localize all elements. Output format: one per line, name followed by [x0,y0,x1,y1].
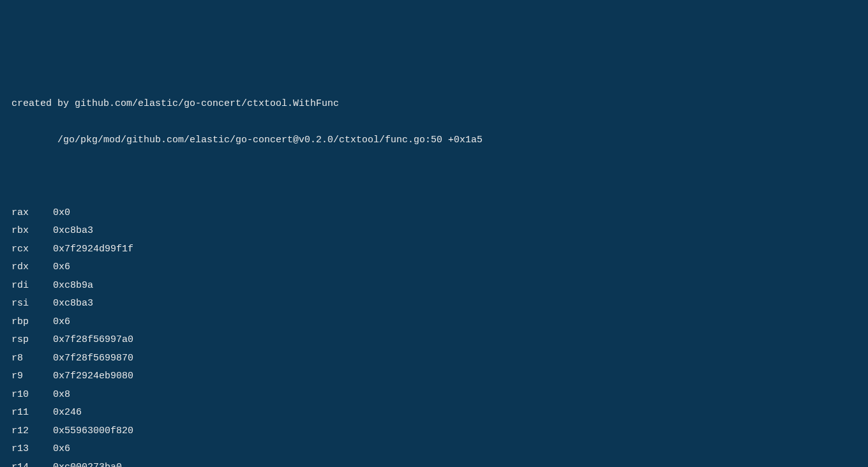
register-name: r12 [11,422,47,441]
register-value: 0xc8ba3 [53,225,93,236]
register-row: rsi 0xc8ba3 [11,295,857,313]
register-name: rbp [11,313,47,332]
register-row: rbx 0xc8ba3 [11,222,857,241]
register-row: r12 0x55963000f820 [11,422,857,441]
register-row: rax 0x0 [11,204,857,223]
register-row: r9 0x7f2924eb9080 [11,367,857,386]
register-name: r14 [11,459,47,468]
register-name: r11 [11,404,47,422]
register-value: 0x7f28f5699870 [53,353,133,364]
register-name: r8 [11,350,47,368]
stack-trace-line-1: created by github.com/elastic/go-concert… [11,95,857,114]
blank-line [11,168,857,186]
register-row: rcx 0x7f2924d99f1f [11,241,857,259]
register-value: 0x55963000f820 [53,426,133,436]
register-row: rdi 0xc8b9a [11,277,857,295]
register-name: rbx [11,222,47,241]
register-value: 0x7f2924eb9080 [53,371,133,382]
register-name: r13 [11,440,47,459]
register-value: 0x7f28f56997a0 [53,334,133,345]
register-value: 0x6 [53,262,70,272]
register-row: rdx 0x6 [11,258,857,277]
register-value: 0xc8ba3 [53,298,93,309]
register-value: 0x8 [53,389,70,400]
register-value: 0x246 [53,407,82,418]
stack-trace-line-2: /go/pkg/mod/github.com/elastic/go-concer… [11,131,857,150]
register-value: 0x6 [53,316,70,327]
register-name: rdi [11,277,47,295]
register-name: rdx [11,258,47,277]
register-value: 0xc000273ba0 [53,462,122,468]
register-row: rsp 0x7f28f56997a0 [11,331,857,350]
register-name: r10 [11,386,47,404]
register-row: r11 0x246 [11,404,857,422]
register-value: 0x6 [53,443,70,454]
register-value: 0x0 [53,207,70,218]
register-name: rcx [11,241,47,259]
register-row: r13 0x6 [11,440,857,459]
register-row: rbp 0x6 [11,313,857,332]
register-name: rsp [11,331,47,350]
terminal-output[interactable]: created by github.com/elastic/go-concert… [11,77,857,467]
register-name: rax [11,204,47,223]
register-value: 0x7f2924d99f1f [53,244,133,255]
register-value: 0xc8b9a [53,280,93,291]
register-name: r9 [11,367,47,386]
register-row: r10 0x8 [11,386,857,404]
register-row: r8 0x7f28f5699870 [11,350,857,368]
register-row: r14 0xc000273ba0 [11,459,857,468]
register-name: rsi [11,295,47,313]
